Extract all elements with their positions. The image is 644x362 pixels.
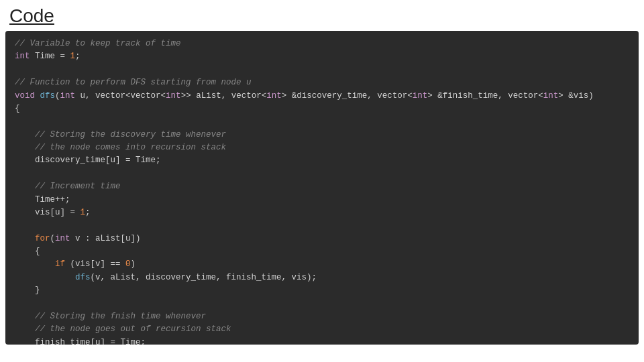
code-line-11: [15, 168, 629, 180]
code-line-22: // Storing the fnish time whenever: [15, 310, 629, 323]
code-line-8: // Storing the discovery time whenever: [15, 129, 629, 141]
code-line-15: [15, 219, 629, 232]
code-line-10: discovery_time[u] = Time;: [15, 154, 629, 167]
code-block: // Variable to keep track of time int Ti…: [5, 31, 639, 345]
code-line-6: {: [15, 103, 629, 115]
code-line-13: Time++;: [15, 194, 629, 206]
code-line-7: [15, 115, 629, 128]
page-title: Code: [0, 0, 644, 31]
code-line-5: void dfs(int u, vector<vector<int>> aLis…: [15, 90, 629, 103]
code-line-19: dfs(v, aList, discovery_time, finish_tim…: [15, 272, 629, 284]
code-line-4: // Function to perform DFS starting from…: [15, 76, 629, 89]
code-line-3: [15, 64, 629, 76]
code-line-2: int Time = 1;: [15, 50, 629, 63]
code-line-23: // the node goes out of recursion stack: [15, 323, 629, 336]
code-line-12: // Increment time: [15, 180, 629, 193]
code-line-16: for(int v : aList[u]): [15, 233, 629, 245]
code-line-9: // the node comes into recursion stack: [15, 141, 629, 154]
code-line-14: vis[u] = 1;: [15, 206, 629, 219]
code-line-1: // Variable to keep track of time: [15, 38, 629, 50]
code-line-17: {: [15, 245, 629, 258]
code-line-24: finish_time[u] = Time;: [15, 337, 629, 345]
code-line-18: if (vis[v] == 0): [15, 258, 629, 271]
code-line-20: }: [15, 284, 629, 297]
code-line-21: [15, 298, 629, 310]
